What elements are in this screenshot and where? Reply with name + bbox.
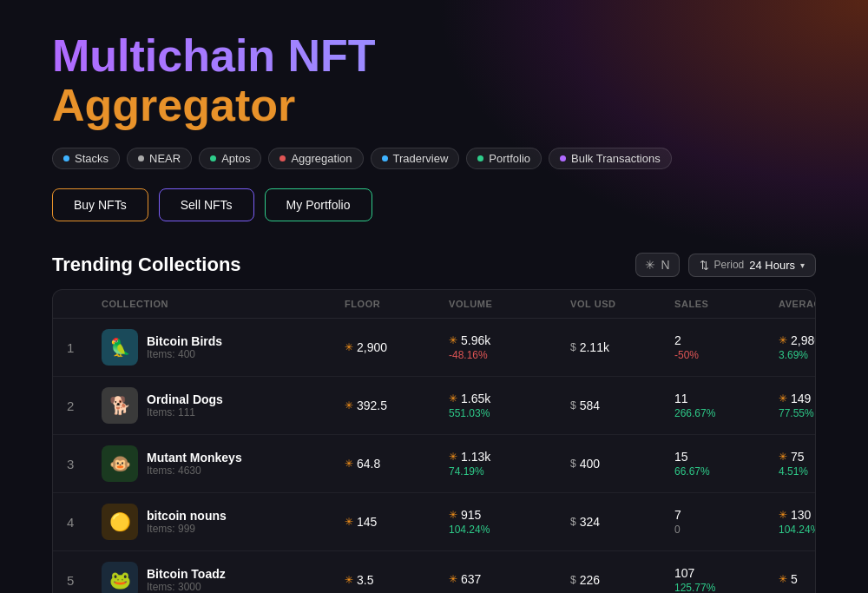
floor-3: ✳64.8 [345,457,449,471]
page-title: Multichain NFT Aggregator [52,31,816,130]
collection-name-4: bitcoin nouns [147,509,227,523]
dollar-icon: $ [570,341,576,353]
volusd-4: $324 [570,515,674,529]
collection-info-5: Bitcoin Toadz Items: 3000 [147,567,226,593]
sat-icon: ✳ [779,451,787,463]
sort-icon: ⇅ [700,259,709,272]
col-rank [67,299,102,309]
tag-bulk-transactions[interactable]: Bulk Transactions [549,148,672,169]
volusd-2: $584 [570,399,674,412]
row-rank-4: 4 [67,515,102,530]
tag-stacks[interactable]: Stacks [52,148,120,169]
tag-dot-aggregation [279,155,286,161]
volume-change-3: 74.19% [449,465,570,478]
collection-cell-2: 🐕 Ordinal Dogs Items: 111 [102,387,345,424]
header-controls: ✳ N ⇅ Period 24 Hours ▾ [635,253,816,277]
collection-info-3: Mutant Monkeys Items: 4630 [147,451,242,477]
table-row[interactable]: 2 🐕 Ordinal Dogs Items: 111 ✳392.5 ✳1.65… [53,377,815,435]
dollar-icon: $ [570,458,576,470]
floor-1: ✳2,900 [345,340,449,354]
col-average: AVERAGE [779,299,816,309]
collection-cell-4: 🟡 bitcoin nouns Items: 999 [102,504,345,540]
tag-label-portfolio: Portfolio [489,152,530,165]
tag-dot-stacks [63,155,69,161]
title-line1: Multichain NFT [52,31,816,81]
tag-portfolio[interactable]: Portfolio [466,148,542,169]
collections-table: COLLECTION FLOOR VOLUME VOL USD SALES AV… [52,289,816,593]
avg-change-1: 3.69% [779,349,816,361]
collection-items-1: Items: 400 [147,348,222,360]
tag-label-near: NEAR [149,152,181,165]
tag-dot-portfolio [477,155,483,161]
row-rank-5: 5 [67,573,102,588]
trending-title: Trending Collections [52,254,241,276]
chain-toggle[interactable]: ✳ N [635,253,679,277]
col-volusd: VOL USD [570,299,674,309]
collection-info-2: Ordinal Dogs Items: 111 [147,392,223,418]
trending-header: Trending Collections ✳ N ⇅ Period 24 Hou… [52,253,816,277]
tag-dot-aptos [210,155,216,161]
bitcoin-icon: ✳ [645,258,655,272]
sat-icon: ✳ [345,399,353,412]
sat-icon: ✳ [449,392,457,405]
sales-change-1: -50% [674,349,779,361]
sell-nfts-button[interactable]: Sell NFTs [159,188,254,221]
tag-label-aptos: Aptos [221,152,250,165]
tag-traderview[interactable]: Traderview [371,148,460,169]
avg-change-3: 4.51% [779,465,816,478]
avg-change-4: 104.24% [779,524,816,536]
sat-icon: ✳ [345,516,353,528]
collection-info-4: bitcoin nouns Items: 999 [147,509,227,535]
row-rank-2: 2 [67,399,102,413]
row-rank-3: 3 [67,457,102,471]
tag-aggregation[interactable]: Aggregation [268,148,363,169]
volume-3: ✳1.13k 74.19% [449,450,570,478]
chevron-down-icon: ▾ [800,260,805,270]
collection-thumb-3: 🐵 [102,445,138,482]
tag-near[interactable]: NEAR [127,148,192,169]
row-rank-1: 1 [67,340,102,355]
title-line2: Aggregator [52,81,816,130]
volume-2: ✳1.65k 551.03% [449,392,570,419]
collection-items-5: Items: 3000 [147,581,226,593]
average-3: ✳75 4.51% [779,450,816,478]
sales-3: 15 66.67% [674,450,779,478]
collection-items-3: Items: 4630 [147,465,242,477]
collection-name-5: Bitcoin Toadz [147,567,226,581]
table-row[interactable]: 1 🦜 Bitcoin Birds Items: 400 ✳2,900 ✳5.9… [53,319,815,377]
average-4: ✳130 104.24% [779,508,816,536]
floor-5: ✳3.5 [345,573,449,587]
tag-dot-near [138,155,144,161]
floor-2: ✳392.5 [345,399,449,412]
volume-4: ✳915 104.24% [449,508,570,536]
period-selector[interactable]: ⇅ Period 24 Hours ▾ [688,254,816,277]
volume-change-2: 551.03% [449,407,570,419]
sales-1: 2 -50% [674,333,779,361]
collection-items-2: Items: 111 [147,406,223,418]
collection-thumb-2: 🐕 [102,387,138,424]
sat-icon: ✳ [345,341,353,353]
buy-nfts-button[interactable]: Buy NFTs [52,188,148,221]
table-row[interactable]: 3 🐵 Mutant Monkeys Items: 4630 ✳64.8 ✳1.… [53,435,815,493]
collection-name-1: Bitcoin Birds [147,334,222,348]
col-volume: VOLUME [449,299,570,309]
volusd-5: $226 [570,573,674,587]
volume-5: ✳637 [449,572,570,588]
avg-change-2: 77.55% [779,407,816,419]
volusd-1: $2.11k [570,340,674,354]
table-row[interactable]: 5 🐸 Bitcoin Toadz Items: 3000 ✳3.5 ✳637 [53,551,815,593]
collection-thumb-4: 🟡 [102,504,138,540]
sat-icon: ✳ [779,392,787,405]
floor-4: ✳145 [345,515,449,529]
sat-icon: ✳ [449,334,457,346]
table-row[interactable]: 4 🟡 bitcoin nouns Items: 999 ✳145 ✳915 1… [53,493,815,551]
table-header: COLLECTION FLOOR VOLUME VOL USD SALES AV… [53,290,815,319]
sales-change-3: 66.67% [674,465,779,478]
collection-name-2: Ordinal Dogs [147,392,223,406]
sales-change-4: 0 [674,524,779,536]
tag-list: Stacks NEAR Aptos Aggregation Traderview… [52,148,816,169]
tag-aptos[interactable]: Aptos [199,148,261,169]
sat-icon: ✳ [345,458,353,470]
my-portfolio-button[interactable]: My Portfolio [265,188,372,221]
sat-icon: ✳ [779,509,787,521]
